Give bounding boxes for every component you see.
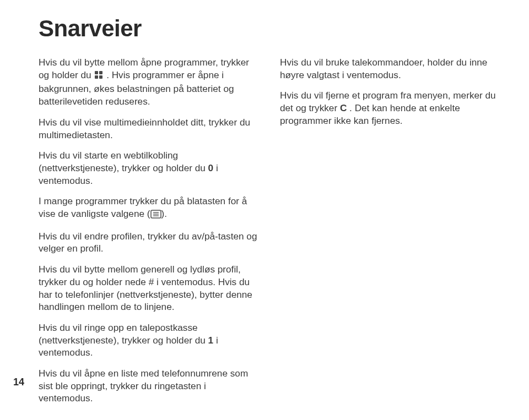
svg-rect-2 bbox=[95, 75, 98, 79]
paragraph-voice-commands: Hvis du vil bruke talekommandoer, holder… bbox=[280, 56, 500, 81]
paragraph-text: I mange programmer trykker du på blatast… bbox=[39, 195, 247, 219]
paragraph-remove-program: Hvis du vil fjerne et program fra menyen… bbox=[280, 89, 500, 127]
paragraph-silent-profile: Hvis du vil bytte mellom generell og lyd… bbox=[39, 263, 259, 313]
paragraph-text: Hvis du vil ringe opp en talepostkasse (… bbox=[39, 322, 208, 346]
right-column: Hvis du vil bruke talekommandoer, holder… bbox=[280, 56, 500, 413]
content-columns: Hvis du vil bytte mellom åpne programmer… bbox=[39, 56, 507, 413]
svg-rect-1 bbox=[99, 71, 102, 74]
paragraph-switch-programs: Hvis du vil bytte mellom åpne programmer… bbox=[39, 56, 259, 108]
paragraph-text: Hvis du vil starte en webtilkobling (net… bbox=[39, 150, 208, 173]
paragraph-options: I mange programmer trykker du på blatast… bbox=[39, 195, 259, 221]
left-column: Hvis du vil bytte mellom åpne programmer… bbox=[39, 56, 259, 413]
paragraph-multimedia: Hvis du vil vise multimedieinnholdet dit… bbox=[39, 116, 259, 141]
options-key-icon bbox=[150, 209, 161, 222]
paragraph-recent-calls: Hvis du vil åpne en liste med telefonnum… bbox=[39, 367, 259, 405]
paragraph-web: Hvis du vil starte en webtilkobling (net… bbox=[39, 149, 259, 187]
page-number: 14 bbox=[13, 377, 24, 388]
svg-rect-0 bbox=[95, 71, 98, 74]
paragraph-voicemail: Hvis du vil ringe opp en talepostkasse (… bbox=[39, 321, 259, 359]
key-label-one: 1 bbox=[208, 335, 214, 346]
key-label-zero: 0 bbox=[208, 162, 214, 173]
key-label-c: C bbox=[340, 102, 347, 113]
paragraph-text: ). bbox=[161, 208, 168, 219]
paragraph-profile: Hvis du vil endre profilen, trykker du a… bbox=[39, 230, 259, 255]
page-title: Snarveier bbox=[39, 15, 507, 42]
svg-rect-3 bbox=[99, 75, 102, 79]
home-key-icon bbox=[94, 70, 104, 83]
